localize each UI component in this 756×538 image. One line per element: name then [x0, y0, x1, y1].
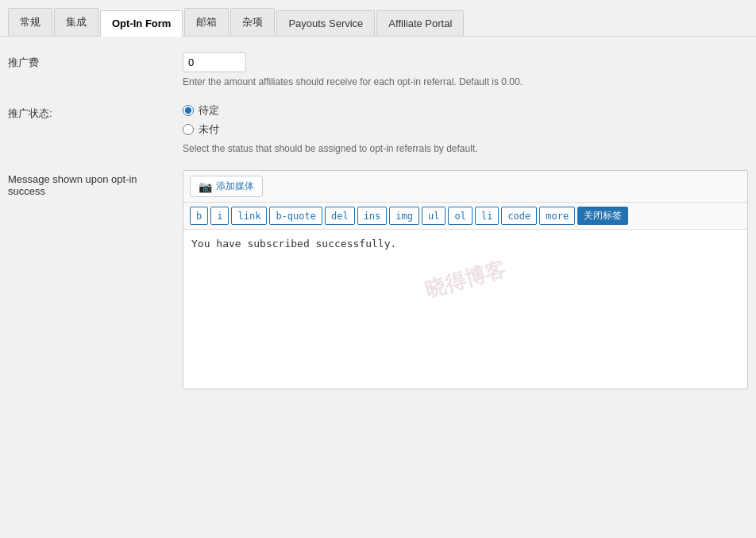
fmt-btn-bquote[interactable]: b-quote [269, 207, 322, 225]
tab-optin-form[interactable]: Opt-In Form [100, 10, 183, 37]
referral-fee-label: 推广费 [8, 52, 183, 70]
tabs-bar: 常规 集成 Opt-In Form 邮箱 杂项 Payouts Service … [0, 8, 756, 37]
message-label-line2: success [8, 185, 45, 197]
editor-body[interactable]: You have subscribed successfully. [183, 230, 747, 389]
fmt-btn-img[interactable]: img [389, 207, 419, 225]
message-row: Message shown upon opt-in success 📷 添加媒体… [8, 170, 748, 389]
tab-misc[interactable]: 杂项 [230, 8, 275, 36]
radio-pending-label: 待定 [199, 103, 219, 118]
fmt-btn-i[interactable]: i [210, 207, 229, 225]
tab-email[interactable]: 邮箱 [184, 8, 229, 36]
add-media-label: 添加媒体 [216, 180, 254, 193]
radio-pending[interactable] [183, 105, 194, 116]
tab-general[interactable]: 常规 [8, 8, 52, 36]
referral-status-label: 推广状态: [8, 103, 183, 121]
referral-status-row: 推广状态: 待定 未付 Select the status that shoul… [8, 103, 748, 154]
tab-integration[interactable]: 集成 [54, 8, 98, 36]
referral-fee-control: Enter the amount affiliates should recei… [183, 52, 748, 87]
radio-group-status: 待定 未付 [183, 103, 748, 137]
fmt-btn-del[interactable]: del [325, 207, 355, 225]
tab-affiliate-portal[interactable]: Affiliate Portal [376, 10, 464, 36]
tab-payouts-service[interactable]: Payouts Service [276, 10, 375, 36]
fmt-btn-li[interactable]: li [475, 207, 499, 225]
fmt-btn-close-tag[interactable]: 关闭标签 [577, 207, 628, 225]
fmt-btn-ins[interactable]: ins [357, 207, 388, 225]
radio-unpaid-label: 未付 [199, 122, 219, 137]
fmt-btn-more[interactable]: more [539, 207, 575, 225]
fmt-btn-link[interactable]: link [231, 207, 267, 225]
radio-unpaid[interactable] [183, 124, 194, 135]
message-label-line1: Message shown upon opt-in [8, 173, 137, 185]
media-icon: 📷 [199, 180, 212, 193]
fmt-btn-code[interactable]: code [501, 207, 537, 225]
fmt-btn-ol[interactable]: ol [448, 207, 472, 225]
referral-status-control: 待定 未付 Select the status that should be a… [183, 103, 748, 154]
radio-item-unpaid[interactable]: 未付 [183, 122, 748, 137]
referral-fee-row: 推广费 Enter the amount affiliates should r… [8, 52, 748, 87]
content-area: 推广费 Enter the amount affiliates should r… [0, 37, 756, 421]
message-label: Message shown upon opt-in success [8, 170, 183, 197]
radio-item-pending[interactable]: 待定 [183, 103, 748, 118]
referral-fee-input[interactable] [183, 52, 246, 72]
referral-status-hint: Select the status that should be assigne… [183, 143, 748, 154]
editor-format-bar: b i link b-quote del ins img ul ol li co… [183, 203, 747, 230]
editor-area: 📷 添加媒体 b i link b-quote del ins img ul [183, 170, 748, 389]
editor-toolbar-top: 📷 添加媒体 [183, 171, 747, 203]
referral-fee-hint: Enter the amount affiliates should recei… [183, 76, 748, 87]
add-media-button[interactable]: 📷 添加媒体 [190, 176, 263, 197]
message-control: 📷 添加媒体 b i link b-quote del ins img ul [183, 170, 748, 389]
fmt-btn-ul[interactable]: ul [422, 207, 446, 225]
fmt-btn-b[interactable]: b [190, 207, 208, 225]
